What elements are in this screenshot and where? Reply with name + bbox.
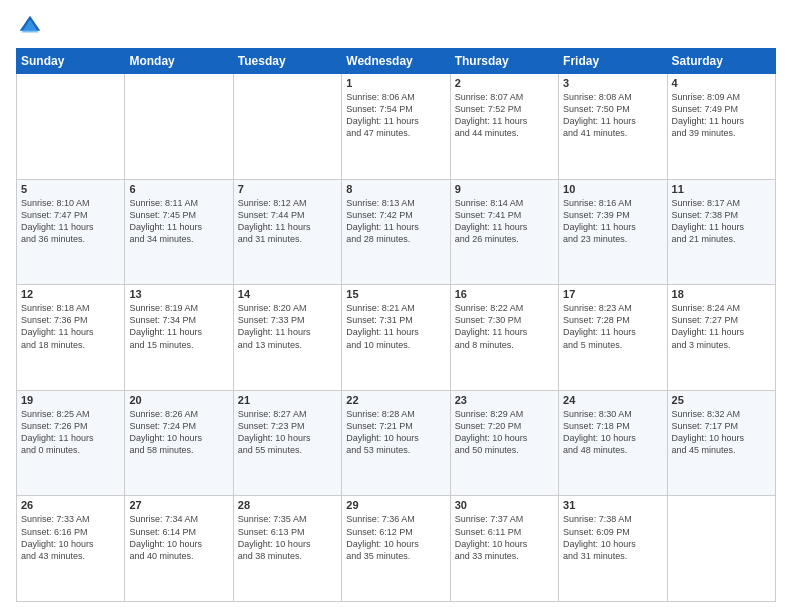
calendar-cell: 21Sunrise: 8:27 AM Sunset: 7:23 PM Dayli… bbox=[233, 390, 341, 496]
day-info: Sunrise: 8:20 AM Sunset: 7:33 PM Dayligh… bbox=[238, 302, 337, 351]
day-number: 28 bbox=[238, 499, 337, 511]
day-number: 19 bbox=[21, 394, 120, 406]
day-number: 31 bbox=[563, 499, 662, 511]
day-number: 23 bbox=[455, 394, 554, 406]
day-number: 22 bbox=[346, 394, 445, 406]
calendar-cell: 28Sunrise: 7:35 AM Sunset: 6:13 PM Dayli… bbox=[233, 496, 341, 602]
day-info: Sunrise: 8:16 AM Sunset: 7:39 PM Dayligh… bbox=[563, 197, 662, 246]
day-number: 7 bbox=[238, 183, 337, 195]
day-number: 3 bbox=[563, 77, 662, 89]
day-number: 29 bbox=[346, 499, 445, 511]
calendar-cell: 8Sunrise: 8:13 AM Sunset: 7:42 PM Daylig… bbox=[342, 179, 450, 285]
calendar-cell: 17Sunrise: 8:23 AM Sunset: 7:28 PM Dayli… bbox=[559, 285, 667, 391]
calendar-cell: 10Sunrise: 8:16 AM Sunset: 7:39 PM Dayli… bbox=[559, 179, 667, 285]
day-info: Sunrise: 8:11 AM Sunset: 7:45 PM Dayligh… bbox=[129, 197, 228, 246]
calendar-cell: 6Sunrise: 8:11 AM Sunset: 7:45 PM Daylig… bbox=[125, 179, 233, 285]
day-number: 18 bbox=[672, 288, 771, 300]
day-number: 30 bbox=[455, 499, 554, 511]
day-info: Sunrise: 7:34 AM Sunset: 6:14 PM Dayligh… bbox=[129, 513, 228, 562]
day-number: 20 bbox=[129, 394, 228, 406]
day-number: 11 bbox=[672, 183, 771, 195]
day-info: Sunrise: 8:08 AM Sunset: 7:50 PM Dayligh… bbox=[563, 91, 662, 140]
week-row-4: 26Sunrise: 7:33 AM Sunset: 6:16 PM Dayli… bbox=[17, 496, 776, 602]
calendar-cell bbox=[17, 74, 125, 180]
day-number: 14 bbox=[238, 288, 337, 300]
calendar-cell: 5Sunrise: 8:10 AM Sunset: 7:47 PM Daylig… bbox=[17, 179, 125, 285]
week-row-2: 12Sunrise: 8:18 AM Sunset: 7:36 PM Dayli… bbox=[17, 285, 776, 391]
day-number: 9 bbox=[455, 183, 554, 195]
calendar-cell: 2Sunrise: 8:07 AM Sunset: 7:52 PM Daylig… bbox=[450, 74, 558, 180]
header bbox=[16, 12, 776, 40]
calendar-cell: 9Sunrise: 8:14 AM Sunset: 7:41 PM Daylig… bbox=[450, 179, 558, 285]
day-number: 17 bbox=[563, 288, 662, 300]
calendar-cell: 11Sunrise: 8:17 AM Sunset: 7:38 PM Dayli… bbox=[667, 179, 775, 285]
calendar-cell: 14Sunrise: 8:20 AM Sunset: 7:33 PM Dayli… bbox=[233, 285, 341, 391]
day-number: 6 bbox=[129, 183, 228, 195]
day-info: Sunrise: 8:29 AM Sunset: 7:20 PM Dayligh… bbox=[455, 408, 554, 457]
day-number: 13 bbox=[129, 288, 228, 300]
day-info: Sunrise: 8:32 AM Sunset: 7:17 PM Dayligh… bbox=[672, 408, 771, 457]
logo bbox=[16, 12, 48, 40]
weekday-header-wednesday: Wednesday bbox=[342, 49, 450, 74]
calendar-cell: 29Sunrise: 7:36 AM Sunset: 6:12 PM Dayli… bbox=[342, 496, 450, 602]
day-number: 4 bbox=[672, 77, 771, 89]
day-info: Sunrise: 8:25 AM Sunset: 7:26 PM Dayligh… bbox=[21, 408, 120, 457]
weekday-header-row: SundayMondayTuesdayWednesdayThursdayFrid… bbox=[17, 49, 776, 74]
calendar-cell: 25Sunrise: 8:32 AM Sunset: 7:17 PM Dayli… bbox=[667, 390, 775, 496]
day-number: 24 bbox=[563, 394, 662, 406]
calendar-cell: 15Sunrise: 8:21 AM Sunset: 7:31 PM Dayli… bbox=[342, 285, 450, 391]
calendar: SundayMondayTuesdayWednesdayThursdayFrid… bbox=[16, 48, 776, 602]
day-number: 1 bbox=[346, 77, 445, 89]
day-number: 26 bbox=[21, 499, 120, 511]
calendar-cell bbox=[125, 74, 233, 180]
weekday-header-monday: Monday bbox=[125, 49, 233, 74]
day-number: 5 bbox=[21, 183, 120, 195]
day-number: 15 bbox=[346, 288, 445, 300]
day-info: Sunrise: 8:24 AM Sunset: 7:27 PM Dayligh… bbox=[672, 302, 771, 351]
weekday-header-sunday: Sunday bbox=[17, 49, 125, 74]
day-info: Sunrise: 8:18 AM Sunset: 7:36 PM Dayligh… bbox=[21, 302, 120, 351]
day-info: Sunrise: 8:22 AM Sunset: 7:30 PM Dayligh… bbox=[455, 302, 554, 351]
calendar-cell: 7Sunrise: 8:12 AM Sunset: 7:44 PM Daylig… bbox=[233, 179, 341, 285]
calendar-cell: 1Sunrise: 8:06 AM Sunset: 7:54 PM Daylig… bbox=[342, 74, 450, 180]
day-number: 27 bbox=[129, 499, 228, 511]
day-info: Sunrise: 8:13 AM Sunset: 7:42 PM Dayligh… bbox=[346, 197, 445, 246]
week-row-3: 19Sunrise: 8:25 AM Sunset: 7:26 PM Dayli… bbox=[17, 390, 776, 496]
calendar-cell: 24Sunrise: 8:30 AM Sunset: 7:18 PM Dayli… bbox=[559, 390, 667, 496]
calendar-cell: 4Sunrise: 8:09 AM Sunset: 7:49 PM Daylig… bbox=[667, 74, 775, 180]
calendar-cell: 30Sunrise: 7:37 AM Sunset: 6:11 PM Dayli… bbox=[450, 496, 558, 602]
day-info: Sunrise: 8:27 AM Sunset: 7:23 PM Dayligh… bbox=[238, 408, 337, 457]
calendar-cell: 22Sunrise: 8:28 AM Sunset: 7:21 PM Dayli… bbox=[342, 390, 450, 496]
day-info: Sunrise: 8:19 AM Sunset: 7:34 PM Dayligh… bbox=[129, 302, 228, 351]
week-row-0: 1Sunrise: 8:06 AM Sunset: 7:54 PM Daylig… bbox=[17, 74, 776, 180]
day-info: Sunrise: 8:23 AM Sunset: 7:28 PM Dayligh… bbox=[563, 302, 662, 351]
day-info: Sunrise: 8:06 AM Sunset: 7:54 PM Dayligh… bbox=[346, 91, 445, 140]
day-info: Sunrise: 8:12 AM Sunset: 7:44 PM Dayligh… bbox=[238, 197, 337, 246]
page: SundayMondayTuesdayWednesdayThursdayFrid… bbox=[0, 0, 792, 612]
calendar-cell: 31Sunrise: 7:38 AM Sunset: 6:09 PM Dayli… bbox=[559, 496, 667, 602]
day-number: 8 bbox=[346, 183, 445, 195]
day-info: Sunrise: 8:10 AM Sunset: 7:47 PM Dayligh… bbox=[21, 197, 120, 246]
day-info: Sunrise: 7:38 AM Sunset: 6:09 PM Dayligh… bbox=[563, 513, 662, 562]
day-info: Sunrise: 8:21 AM Sunset: 7:31 PM Dayligh… bbox=[346, 302, 445, 351]
calendar-cell: 3Sunrise: 8:08 AM Sunset: 7:50 PM Daylig… bbox=[559, 74, 667, 180]
day-info: Sunrise: 7:33 AM Sunset: 6:16 PM Dayligh… bbox=[21, 513, 120, 562]
day-info: Sunrise: 7:35 AM Sunset: 6:13 PM Dayligh… bbox=[238, 513, 337, 562]
calendar-cell: 27Sunrise: 7:34 AM Sunset: 6:14 PM Dayli… bbox=[125, 496, 233, 602]
day-info: Sunrise: 8:09 AM Sunset: 7:49 PM Dayligh… bbox=[672, 91, 771, 140]
weekday-header-thursday: Thursday bbox=[450, 49, 558, 74]
day-number: 25 bbox=[672, 394, 771, 406]
day-info: Sunrise: 8:14 AM Sunset: 7:41 PM Dayligh… bbox=[455, 197, 554, 246]
calendar-cell: 23Sunrise: 8:29 AM Sunset: 7:20 PM Dayli… bbox=[450, 390, 558, 496]
day-number: 12 bbox=[21, 288, 120, 300]
day-info: Sunrise: 7:37 AM Sunset: 6:11 PM Dayligh… bbox=[455, 513, 554, 562]
weekday-header-friday: Friday bbox=[559, 49, 667, 74]
day-number: 16 bbox=[455, 288, 554, 300]
calendar-cell bbox=[667, 496, 775, 602]
calendar-cell: 19Sunrise: 8:25 AM Sunset: 7:26 PM Dayli… bbox=[17, 390, 125, 496]
day-number: 21 bbox=[238, 394, 337, 406]
calendar-cell: 20Sunrise: 8:26 AM Sunset: 7:24 PM Dayli… bbox=[125, 390, 233, 496]
day-number: 2 bbox=[455, 77, 554, 89]
calendar-cell: 26Sunrise: 7:33 AM Sunset: 6:16 PM Dayli… bbox=[17, 496, 125, 602]
logo-icon bbox=[16, 12, 44, 40]
